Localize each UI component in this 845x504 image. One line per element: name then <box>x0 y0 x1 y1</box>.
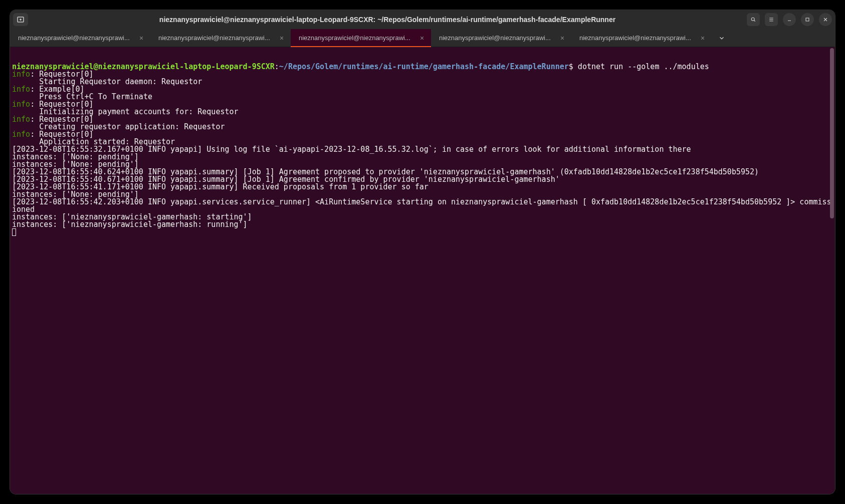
tab-close-icon[interactable]: × <box>278 34 286 42</box>
svg-rect-9 <box>806 18 809 21</box>
tab-4[interactable]: nieznanysprawiciel@nieznanysprawi... × <box>571 29 712 47</box>
titlebar: nieznanysprawiciel@nieznanysprawiciel-la… <box>10 10 835 29</box>
tab-2[interactable]: nieznanysprawiciel@nieznanysprawi... × <box>291 29 431 47</box>
tab-label: nieznanysprawiciel@nieznanysprawi... <box>439 34 554 42</box>
prompt-dollar: $ <box>569 62 573 71</box>
maximize-button[interactable] <box>801 13 814 26</box>
search-button[interactable] <box>747 13 760 26</box>
tab-close-icon[interactable]: × <box>137 34 145 42</box>
new-tab-button[interactable] <box>13 13 28 26</box>
tab-close-icon[interactable]: × <box>418 34 426 42</box>
tab-0[interactable]: nieznanysprawiciel@nieznanysprawi... × <box>10 29 150 47</box>
command-text: dotnet run --golem ../modules <box>573 62 709 71</box>
log-line: instances: ['nieznanysprawiciel-gamerhas… <box>12 220 248 229</box>
cursor <box>12 228 16 236</box>
terminal-viewport[interactable]: nieznanysprawiciel@nieznanysprawiciel-la… <box>10 47 835 494</box>
tab-3[interactable]: nieznanysprawiciel@nieznanysprawi... × <box>431 29 571 47</box>
tab-close-icon[interactable]: × <box>699 34 707 42</box>
tab-label: nieznanysprawiciel@nieznanysprawi... <box>579 34 695 42</box>
tab-overflow-button[interactable] <box>712 29 732 47</box>
tab-bar: nieznanysprawiciel@nieznanysprawi... × n… <box>10 29 835 47</box>
log-line: [2023-12-08T16:55:42.203+0100 INFO yapap… <box>12 197 831 214</box>
svg-point-3 <box>751 18 754 21</box>
window-title: nieznanysprawiciel@nieznanysprawiciel-la… <box>28 16 747 24</box>
tab-label: nieznanysprawiciel@nieznanysprawi... <box>299 34 414 42</box>
prompt-path: ~/Repos/Golem/runtimes/ai-runtime/gamerh… <box>279 62 569 71</box>
tab-1[interactable]: nieznanysprawiciel@nieznanysprawi... × <box>150 29 291 47</box>
prompt-colon: : <box>275 62 279 71</box>
minimize-button[interactable] <box>783 13 796 26</box>
tab-label: nieznanysprawiciel@nieznanysprawi... <box>158 34 274 42</box>
svg-line-4 <box>754 21 755 22</box>
tab-close-icon[interactable]: × <box>558 34 566 42</box>
menu-button[interactable] <box>765 13 778 26</box>
terminal-content: nieznanysprawiciel@nieznanysprawiciel-la… <box>12 63 833 236</box>
tab-label: nieznanysprawiciel@nieznanysprawi... <box>18 34 133 42</box>
terminal-window: nieznanysprawiciel@nieznanysprawiciel-la… <box>10 10 835 494</box>
close-button[interactable] <box>819 13 832 26</box>
scrollbar-thumb[interactable] <box>830 48 834 218</box>
